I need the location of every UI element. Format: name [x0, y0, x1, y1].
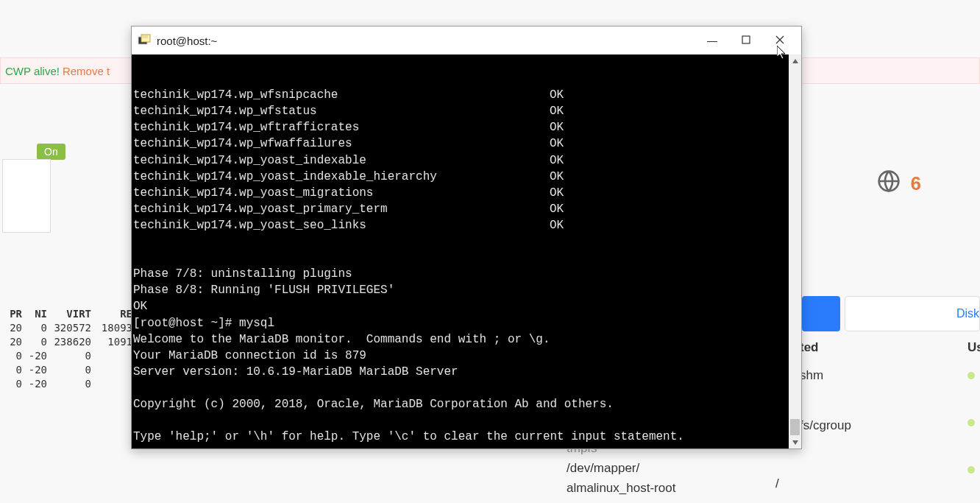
- table-cell: 0: [0, 350, 22, 362]
- terminal-line: Phase 7/8: uninstalling plugins: [133, 266, 801, 282]
- table-cell: -20: [22, 378, 47, 390]
- device-mount-point: /: [775, 474, 779, 493]
- process-table: PR NI VIRT RE 20032057218093200238620109…: [0, 308, 132, 390]
- terminal-line: OK: [133, 298, 801, 314]
- terminal-output[interactable]: techinik_wp174.wp_wfsnipcacheOKtechinik_…: [132, 54, 801, 449]
- terminal-line: techinik_wp174.wp_wfstatusOK: [133, 103, 801, 119]
- table-cell: -20: [22, 350, 47, 362]
- blue-action-button[interactable]: [802, 296, 840, 331]
- table-cell: 18093: [91, 322, 132, 334]
- terminal-line: techinik_wp174.wp_yoast_migrationsOK: [133, 185, 801, 201]
- globe-icon: [877, 169, 901, 198]
- mount-item: shm: [800, 368, 851, 383]
- device-item: almalinux_host-root: [567, 478, 675, 498]
- alert-status: CWP alive!: [5, 65, 60, 77]
- table-row: 0-200: [0, 364, 132, 376]
- table-cell: -20: [22, 364, 47, 376]
- db-status: OK: [550, 121, 564, 134]
- db-status: OK: [550, 219, 564, 232]
- scroll-down-arrow-icon[interactable]: [789, 436, 801, 449]
- db-table-name: techinik_wp174.wp_yoast_migrations: [133, 185, 550, 201]
- col-pr: PR: [0, 308, 22, 320]
- col-virt: VIRT: [47, 308, 91, 320]
- terminal-line: Phase 8/8: Running 'FLUSH PRIVILEGES': [133, 282, 801, 298]
- terminal-scrollbar[interactable]: [789, 54, 801, 449]
- table-row: 0-200: [0, 378, 132, 390]
- table-cell: 20: [0, 322, 22, 334]
- table-cell: 1091: [91, 336, 132, 348]
- disk-button-label: Disk: [956, 307, 979, 320]
- scroll-thumb[interactable]: [790, 419, 800, 435]
- terminal-line: Copyright (c) 2000, 2018, Oracle, MariaD…: [133, 396, 801, 412]
- terminal-line: techinik_wp174.wp_wfwaffailuresOK: [133, 136, 801, 152]
- db-table-name: techinik_wp174.wp_yoast_indexable_hierar…: [133, 169, 550, 185]
- table-row: 2002386201091: [0, 336, 132, 348]
- table-cell: 0: [47, 350, 91, 362]
- terminal-line: techinik_wp174.wp_wftrafficratesOK: [133, 119, 801, 136]
- table-cell: [91, 378, 132, 390]
- maximize-button[interactable]: [729, 29, 763, 52]
- globe-stat: 6: [877, 169, 921, 198]
- minimize-icon: —: [707, 35, 717, 46]
- window-title: root@host:~: [157, 35, 695, 47]
- terminal-line: techinik_wp174.wp_wfsnipcacheOK: [133, 87, 801, 103]
- table-row: 0-200: [0, 350, 132, 362]
- putty-app-icon: [138, 34, 151, 47]
- close-icon: [775, 35, 784, 46]
- table-row: 20032057218093: [0, 322, 132, 334]
- mount-header: ted: [800, 340, 851, 355]
- maximize-icon: [742, 35, 750, 46]
- close-button[interactable]: [763, 29, 797, 52]
- terminal-line: techinik_wp174.wp_yoast_primary_termOK: [133, 201, 801, 217]
- col-ni: NI: [22, 308, 47, 320]
- db-table-name: techinik_wp174.wp_wfwaffailures: [133, 136, 550, 152]
- table-cell: 238620: [47, 336, 91, 348]
- scroll-track[interactable]: [789, 67, 801, 436]
- table-cell: 0: [47, 364, 91, 376]
- table-cell: 0: [22, 336, 47, 348]
- status-on-badge: On: [37, 144, 65, 160]
- status-panel-box: [2, 159, 51, 233]
- mount-column: ted shm fs/cgroup: [800, 340, 851, 445]
- minimize-button[interactable]: —: [695, 29, 729, 52]
- table-cell: 0: [47, 378, 91, 390]
- terminal-line: [133, 380, 801, 396]
- terminal-line: Welcome to the MariaDB monitor. Commands…: [133, 331, 801, 348]
- terminal-line: Your MariaDB connection id is 879: [133, 348, 801, 364]
- terminal-window: root@host:~ — techinik_w: [131, 26, 802, 449]
- col-re: RE: [91, 308, 132, 320]
- db-table-name: techinik_wp174.wp_wfstatus: [133, 103, 550, 119]
- terminal-line: [133, 412, 801, 429]
- mount-item: fs/cgroup: [800, 418, 851, 433]
- terminal-line: [root@host ~]# mysql: [133, 315, 801, 331]
- db-table-name: techinik_wp174.wp_yoast_seo_links: [133, 217, 550, 233]
- alert-link-text[interactable]: Remove t: [63, 65, 110, 77]
- terminal-line: techinik_wp174.wp_yoast_indexable_hierar…: [133, 169, 801, 185]
- device-item: /dev/mapper/: [567, 458, 675, 478]
- terminal-line: Type 'help;' or '\h' for help. Type '\c'…: [133, 429, 801, 445]
- db-status: OK: [550, 105, 564, 118]
- usage-column: Us: [967, 340, 980, 489]
- status-dot-icon: [967, 419, 975, 426]
- db-table-name: techinik_wp174.wp_wftrafficrates: [133, 119, 550, 136]
- db-status: OK: [550, 186, 564, 200]
- terminal-line: techinik_wp174.wp_yoast_indexableOK: [133, 152, 801, 169]
- svg-rect-2: [141, 35, 150, 42]
- terminal-line: Server version: 10.6.19-MariaDB MariaDB …: [133, 364, 801, 380]
- db-status: OK: [550, 154, 564, 167]
- table-cell: 0: [22, 322, 47, 334]
- status-dot-icon: [967, 466, 975, 474]
- terminal-line: techinik_wp174.wp_yoast_seo_linksOK: [133, 217, 801, 233]
- terminal-line: [133, 445, 801, 449]
- table-cell: 320572: [47, 322, 91, 334]
- table-header-row: PR NI VIRT RE: [0, 308, 132, 320]
- disk-button[interactable]: Disk: [845, 296, 980, 331]
- scroll-up-arrow-icon[interactable]: [789, 54, 801, 67]
- db-table-name: techinik_wp174.wp_wfsnipcache: [133, 87, 550, 103]
- db-table-name: techinik_wp174.wp_yoast_indexable: [133, 152, 550, 169]
- table-cell: 20: [0, 336, 22, 348]
- db-status: OK: [550, 88, 564, 102]
- window-titlebar[interactable]: root@host:~ —: [132, 27, 801, 54]
- db-status: OK: [550, 170, 564, 183]
- table-cell: [91, 350, 132, 362]
